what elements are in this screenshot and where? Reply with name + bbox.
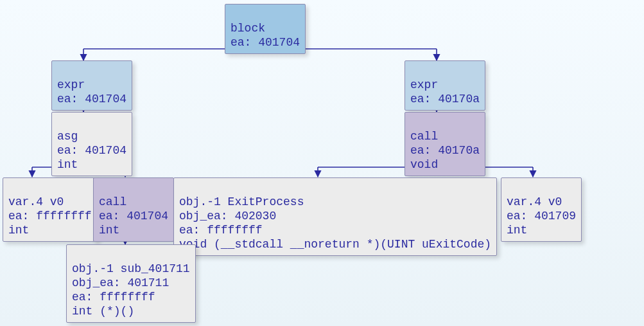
node-expr-left[interactable]: expr ea: 401704: [51, 60, 132, 111]
node-line: obj.-1 sub_401711: [72, 262, 190, 275]
node-line: expr: [57, 78, 85, 91]
node-line: ea: 401704: [99, 210, 168, 222]
node-line: int (*)(): [72, 305, 134, 318]
node-call-left[interactable]: call ea: 401704 int: [93, 177, 174, 242]
node-line: obj.-1 ExitProcess: [179, 195, 304, 208]
node-line: ea: ffffffff: [179, 224, 263, 237]
node-obj-sub[interactable]: obj.-1 sub_401711 obj_ea: 401711 ea: fff…: [66, 244, 196, 323]
node-obj-exitprocess[interactable]: obj.-1 ExitProcess obj_ea: 402030 ea: ff…: [173, 177, 497, 256]
node-line: call: [99, 195, 126, 208]
node-line: ea: ffffffff: [72, 291, 155, 303]
node-block[interactable]: block ea: 401704: [225, 4, 306, 54]
node-asg[interactable]: asg ea: 401704 int: [51, 112, 132, 176]
node-line: ea: 40170a: [410, 93, 480, 105]
node-line: block: [231, 22, 265, 35]
node-call-right[interactable]: call ea: 40170a void: [405, 112, 485, 176]
node-line: asg: [57, 130, 78, 143]
node-var-right[interactable]: var.4 v0 ea: 401709 int: [501, 177, 582, 242]
node-line: int: [507, 224, 527, 237]
node-line: int: [57, 158, 78, 171]
node-expr-right[interactable]: expr ea: 40170a: [405, 60, 485, 111]
node-line: ea: 401704: [57, 144, 126, 157]
node-line: call: [410, 130, 438, 143]
node-line: int: [8, 224, 29, 237]
node-line: ea: 401704: [57, 93, 126, 105]
node-var-left[interactable]: var.4 v0 ea: ffffffff int: [3, 177, 98, 242]
node-line: int: [99, 224, 119, 237]
node-line: var.4 v0: [507, 195, 562, 208]
node-line: ea: 401704: [231, 36, 300, 49]
node-line: void: [410, 158, 438, 171]
node-line: ea: 401709: [507, 210, 576, 222]
node-line: expr: [410, 78, 438, 91]
node-line: obj_ea: 401711: [72, 276, 169, 289]
node-line: var.4 v0: [8, 195, 64, 208]
node-line: obj_ea: 402030: [179, 210, 276, 222]
node-line: ea: 40170a: [410, 144, 480, 157]
node-line: void (__stdcall __noreturn *)(UINT uExit…: [179, 238, 491, 251]
node-line: ea: ffffffff: [8, 210, 92, 222]
